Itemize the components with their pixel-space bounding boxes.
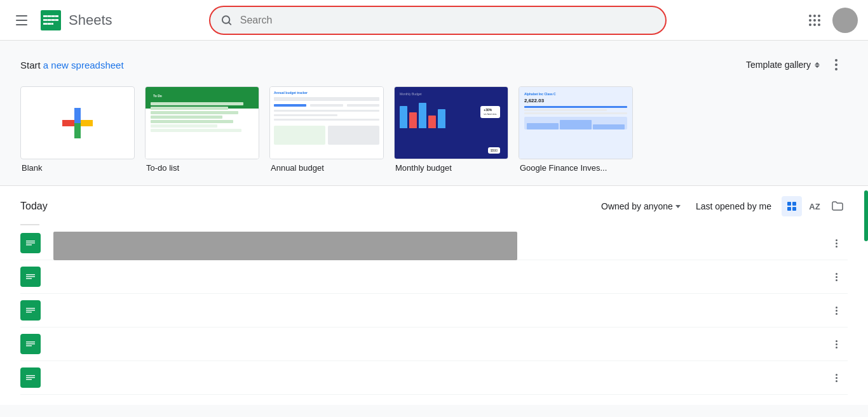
files-header: Today Owned by anyone Last opened by me — [20, 196, 848, 216]
svg-rect-26 — [26, 375, 35, 376]
todo-row-4 — [151, 116, 222, 119]
app-header: Sheets — [0, 0, 868, 41]
app-name-label: Sheets — [69, 12, 112, 29]
annual-thumb-visual: Annual budget tracker — [270, 87, 383, 159]
finance-title-text: Alphabet Inc Class C — [524, 92, 627, 96]
templates-section: Start a new spreadsheet Template gallery — [0, 41, 868, 186]
more-vert-icon-3 — [836, 307, 837, 315]
folder-view-button[interactable] — [827, 196, 848, 216]
file-more-button-2[interactable] — [825, 265, 848, 288]
more-options-button[interactable] — [825, 53, 848, 76]
grid-view-button[interactable] — [782, 196, 802, 216]
search-box — [209, 6, 667, 35]
search-input[interactable] — [240, 15, 655, 26]
bar-3 — [419, 103, 426, 128]
templates-header-right: Template gallery — [746, 53, 848, 76]
template-name-monthly: Monthly budget — [394, 163, 508, 173]
monthly-label: Monthly Budget — [400, 92, 503, 96]
chevron-down-icon — [675, 205, 681, 208]
svg-rect-12 — [26, 244, 32, 246]
annual-cols — [274, 104, 379, 107]
file-more-button-5[interactable] — [825, 366, 848, 389]
monthly-savings-badge: $500 — [488, 147, 500, 154]
svg-rect-20 — [26, 312, 32, 313]
bar-1 — [400, 106, 407, 128]
last-opened-label[interactable]: Last opened by me — [696, 201, 771, 211]
template-monthly[interactable]: Monthly Budget +30% vs last mo. $ — [394, 86, 508, 173]
template-gallery-button[interactable]: Template gallery — [746, 60, 820, 70]
finance-value: 2,622.03 — [524, 98, 627, 103]
todo-row-5 — [151, 120, 233, 123]
scrollbar-indicator[interactable] — [864, 190, 868, 241]
file-icon-4 — [20, 334, 41, 354]
monthly-badge: +30% vs last mo. — [480, 106, 500, 118]
monthly-thumb-visual: Monthly Budget +30% vs last mo. $ — [395, 87, 508, 159]
file-row[interactable] — [20, 260, 848, 294]
template-todo[interactable]: To Do To-do list — [145, 86, 259, 173]
file-more-button-4[interactable] — [825, 333, 848, 355]
folder-icon — [831, 200, 844, 213]
avatar[interactable] — [832, 8, 858, 33]
bar-5 — [438, 109, 445, 128]
annual-row-1 — [274, 110, 379, 112]
templates-title: Start a new spreadsheet — [20, 60, 124, 70]
new-spreadsheet-link[interactable]: a new spreadsheet — [43, 60, 124, 70]
templates-grid: Blank To Do — [20, 86, 848, 173]
blank-cross-icon — [62, 108, 93, 138]
svg-rect-24 — [26, 345, 32, 347]
template-thumb-monthly: Monthly Budget +30% vs last mo. $ — [394, 86, 508, 159]
owned-by-button[interactable]: Owned by anyone — [596, 197, 686, 215]
template-finance[interactable]: Alphabet Inc Class C 2,622.03 Google Fin… — [519, 86, 633, 173]
template-thumb-blank — [20, 86, 135, 159]
view-icons: AZ — [782, 196, 848, 216]
file-icon-3 — [20, 300, 41, 321]
svg-rect-7 — [55, 15, 55, 21]
file-row[interactable] — [20, 227, 848, 260]
sort-az-icon: AZ — [809, 202, 820, 211]
menu-button[interactable] — [10, 9, 33, 32]
svg-rect-19 — [26, 310, 35, 311]
sheets-file-icon-2 — [24, 270, 37, 283]
sheets-file-icon-4 — [24, 338, 37, 350]
template-annual[interactable]: Annual budget tracker — [269, 86, 384, 173]
todo-row-3 — [151, 111, 238, 114]
files-controls: Owned by anyone Last opened by me AZ — [596, 196, 848, 216]
apps-button[interactable] — [802, 8, 827, 33]
todo-header-bar: To Do — [151, 92, 254, 100]
sheets-logo-icon — [38, 8, 64, 33]
sort-az-button[interactable]: AZ — [804, 196, 825, 216]
svg-rect-4 — [43, 23, 53, 25]
sheets-file-icon-5 — [24, 371, 37, 384]
header-right — [802, 8, 858, 33]
file-row[interactable] — [20, 328, 848, 361]
svg-rect-14 — [26, 274, 35, 275]
finance-bar-3 — [524, 112, 627, 114]
file-row[interactable] — [20, 294, 848, 328]
header-left: Sheets — [10, 8, 137, 33]
template-blank[interactable]: Blank — [20, 86, 135, 173]
template-name-finance: Google Finance Inves... — [519, 163, 633, 173]
file-icon-5 — [20, 367, 41, 388]
svg-rect-5 — [47, 15, 48, 25]
files-section-title: Today — [20, 201, 97, 212]
svg-rect-16 — [26, 278, 32, 279]
owned-by-label: Owned by anyone — [601, 201, 673, 211]
more-vert-icon-4 — [836, 340, 837, 348]
file-more-button-1[interactable] — [825, 232, 848, 255]
file-icon-1 — [20, 233, 41, 253]
bar-4 — [428, 116, 436, 128]
sheets-file-icon-3 — [24, 304, 37, 317]
file-row[interactable] — [20, 361, 848, 395]
templates-header: Start a new spreadsheet Template gallery — [20, 53, 848, 76]
file-icon-2 — [20, 267, 41, 287]
svg-rect-23 — [26, 343, 35, 345]
annual-chart — [274, 126, 379, 145]
annual-title-text: Annual budget tracker — [274, 91, 379, 95]
files-section: Today Owned by anyone Last opened by me — [0, 186, 868, 405]
svg-rect-18 — [26, 308, 35, 309]
file-more-button-3[interactable] — [825, 299, 848, 322]
svg-rect-11 — [26, 242, 35, 244]
svg-rect-10 — [26, 241, 35, 242]
main-content: Start a new spreadsheet Template gallery — [0, 41, 868, 417]
todo-row-6 — [151, 124, 217, 128]
